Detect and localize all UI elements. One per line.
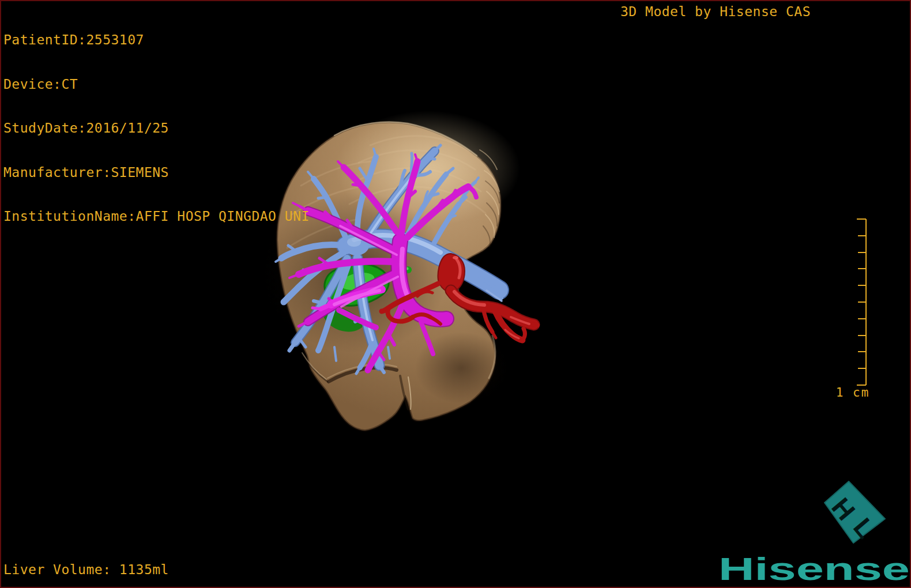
liver-volume-readout: Liver Volume: 1135ml (3, 563, 169, 578)
model-title: 3D Model by Hisense CAS (620, 5, 811, 20)
institution-line: InstitutionName:AFFI HOSP QINGDAO UNI (3, 209, 310, 224)
scale-bar (857, 219, 866, 385)
device-line: Device:CT (3, 77, 310, 92)
patient-info-block: PatientID:2553107 Device:CT StudyDate:20… (3, 3, 310, 239)
cas-3d-model-window: { "header": { "lines": [ "PatientID:2553… (0, 0, 911, 588)
patient-id-line: PatientID:2553107 (3, 33, 310, 48)
manufacturer-line: Manufacturer:SIEMENS (3, 165, 310, 180)
scale-bar-label: 1 cm (836, 386, 870, 399)
study-date-line: StudyDate:2016/11/25 (3, 121, 310, 136)
hisense-emblem: H L (825, 481, 885, 544)
hisense-logotype: Hisense (718, 551, 910, 587)
